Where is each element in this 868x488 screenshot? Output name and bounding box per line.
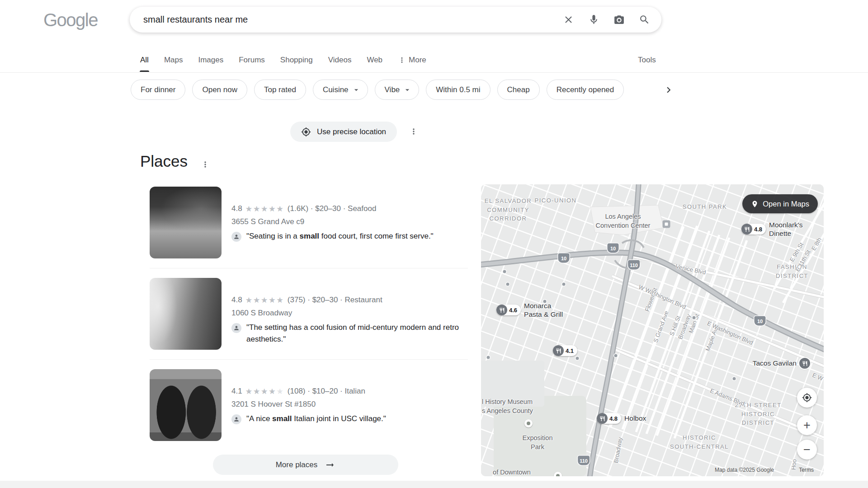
rating-line: 4.8 ★★★★★★★★★★ (375) · $20–30 · Restaura… (231, 295, 467, 305)
star-rating-icon: ★★★★★★★★★★ (245, 388, 284, 395)
reviews-price-category[interactable]: (108) · $10–20 · Italian (288, 386, 365, 397)
filter-chips-row: For dinnerOpen nowTop ratedCuisineVibeWi… (131, 80, 624, 100)
more-places-button[interactable]: More places (213, 455, 398, 475)
map-restaurant-marker[interactable]: Tacos Gavilan (799, 358, 810, 369)
map-poi-dot (503, 270, 506, 273)
map-road-label: E 11th St (794, 249, 811, 273)
tab-images[interactable]: Images (198, 48, 223, 72)
places-options-dots-icon[interactable] (196, 155, 214, 174)
chips-scroll-right-icon[interactable] (659, 80, 678, 99)
map-poi-dot (733, 377, 736, 380)
search-submit-icon[interactable] (638, 14, 651, 26)
open-in-maps-button[interactable]: Open in Maps (742, 194, 818, 213)
reviewer-avatar-icon (231, 323, 241, 333)
voice-search-icon[interactable] (587, 14, 600, 26)
map-road-label: E 8th (810, 236, 823, 252)
map-panel[interactable]: EL SALVADOR COMMUNITY CORRIDORPICO-UNION… (481, 184, 824, 476)
place-photo[interactable] (150, 278, 222, 350)
map-road-label: E W (811, 371, 824, 382)
chevron-down-icon (352, 85, 361, 94)
location-options-dots-icon[interactable] (405, 122, 423, 141)
reviewer-avatar-icon (231, 232, 241, 242)
map-road-label: E Adams Blvd (709, 387, 746, 407)
star-rating-icon: ★★★★★★★★★★ (245, 205, 284, 213)
tab-maps[interactable]: Maps (164, 48, 183, 72)
tab-forums[interactable]: Forums (239, 48, 265, 72)
chip-cheap[interactable]: Cheap (497, 80, 540, 100)
chip-vibe[interactable]: Vibe (375, 80, 420, 100)
map-place-label: Holbox (624, 414, 646, 422)
map-area-label: 27TH STREET HISTORIC DISTRICT (735, 401, 781, 427)
reviews-price-category[interactable]: (375) · $20–30 · Restaurant (288, 295, 382, 305)
map-area-label: SOUTH PARK (683, 202, 727, 211)
chip-for-dinner[interactable]: For dinner (131, 80, 185, 100)
search-bar[interactable]: small restaurants near me (130, 7, 661, 33)
map-poi-dot (693, 316, 696, 319)
chips-fade (637, 80, 678, 100)
map-place-label: Monarca Pasta & Grill (524, 301, 563, 319)
map-attribution: Map data ©2025 Google (715, 467, 774, 473)
map-area-label: Exposition Park (523, 434, 553, 451)
map-terms-link[interactable]: Terms (799, 467, 814, 473)
chip-top-rated[interactable]: Top rated (254, 80, 306, 100)
chip-within-0-5-mi[interactable]: Within 0.5 mi (426, 80, 490, 100)
map-road-label: Venice Blvd (675, 263, 707, 276)
use-precise-location-button[interactable]: Use precise location (290, 122, 397, 142)
zoom-in-button[interactable]: + (797, 415, 817, 435)
search-input[interactable]: small restaurants near me (143, 14, 557, 25)
chip-recently-opened[interactable]: Recently opened (547, 80, 624, 100)
tab-web[interactable]: Web (367, 48, 382, 72)
fork-knife-icon (799, 358, 810, 369)
rating-line: 4.1 ★★★★★★★★★★ (108) · $10–20 · Italian (231, 386, 386, 397)
star-rating-icon: ★★★★★★★★★★ (245, 296, 284, 304)
tabs-list: AllMapsImagesForumsShoppingVideosWebMore (140, 48, 426, 72)
highway-shield-icon: 10 (755, 316, 766, 326)
map-restaurant-marker[interactable]: 4.8Moonlark's Dinette (741, 221, 824, 238)
fork-knife-icon (597, 413, 608, 424)
map-restaurant-marker[interactable]: 4.8Holbox (597, 413, 646, 424)
highway-shield-icon: 110 (628, 260, 640, 270)
map-park-icon (554, 472, 562, 476)
reviewer-avatar-icon (231, 414, 241, 424)
place-result[interactable]: 4.8 ★★★★★★★★★★ (1.6K) · $20–30 · Seafood… (150, 187, 468, 268)
map-restaurant-marker[interactable]: 4.1 (553, 345, 577, 356)
map-road-label: W Washington Blvd (637, 283, 687, 310)
highway-shield-icon: 110 (578, 456, 590, 465)
map-road-label: Maple Ave (704, 324, 720, 352)
map-road-label: Hoo (790, 459, 797, 470)
more-places-label: More places (276, 460, 318, 469)
review-quote: "A nice small Italian joint in USC villa… (231, 413, 386, 425)
place-result[interactable]: 4.8 ★★★★★★★★★★ (375) · $20–30 · Restaura… (150, 268, 468, 359)
highway-shield-icon: 10 (558, 253, 570, 263)
map-place-label: Tacos Gavilan (753, 359, 797, 367)
place-result[interactable]: 4.1 ★★★★★★★★★★ (108) · $10–20 · Italian … (150, 359, 468, 450)
zoom-out-button[interactable]: − (797, 440, 817, 460)
map-labels-layer: EL SALVADOR COMMUNITY CORRIDORPICO-UNION… (481, 184, 824, 476)
map-area-label: EL SALVADOR COMMUNITY CORRIDOR (485, 197, 532, 223)
places-heading: Places (140, 152, 188, 170)
tools-button[interactable]: Tools (638, 48, 656, 72)
map-pin-icon (751, 200, 759, 208)
lens-camera-icon[interactable] (613, 14, 625, 26)
chip-cuisine[interactable]: Cuisine (313, 80, 368, 100)
tab-shopping[interactable]: Shopping (280, 48, 313, 72)
tab-all[interactable]: All (140, 48, 149, 72)
place-photo[interactable] (150, 187, 222, 258)
rating-value: 4.8 (231, 295, 242, 305)
map-road-label: Broadway (613, 436, 624, 464)
chip-open-now[interactable]: Open now (192, 80, 247, 100)
map-poi-dot (576, 357, 579, 360)
show-your-location-button[interactable] (797, 388, 817, 408)
tab-more[interactable]: More (398, 48, 426, 72)
place-photo[interactable] (150, 369, 222, 441)
map-park-icon (524, 419, 533, 427)
map-area-label: FASHION DISTRICT (776, 263, 808, 280)
google-logo[interactable]: Google (43, 10, 98, 30)
tab-videos[interactable]: Videos (328, 48, 352, 72)
reviews-price-category[interactable]: (1.6K) · $20–30 · Seafood (288, 203, 377, 214)
map-road-label: E Washington Blvd (706, 320, 754, 346)
use-precise-location-label: Use precise location (317, 127, 386, 136)
map-restaurant-marker[interactable]: 4.6Monarca Pasta & Grill (496, 301, 563, 319)
clear-search-icon[interactable] (562, 14, 575, 26)
map-road-label: S Hill St (668, 315, 682, 337)
